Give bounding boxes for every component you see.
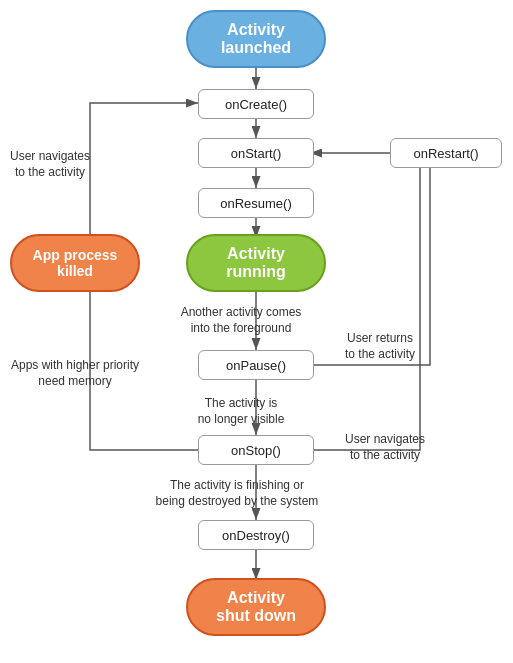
activity-shut-down-label: Activity shut down xyxy=(216,589,296,625)
activity-launched-label: Activity launched xyxy=(221,21,291,57)
on-pause-label: onPause() xyxy=(226,358,286,373)
activity-launched-node: Activity launched xyxy=(186,10,326,68)
finishing-or-destroyed-label: The activity is finishing or being destr… xyxy=(147,467,327,521)
user-navigates-top-text: User navigates to the activity xyxy=(10,149,90,180)
another-activity-label: Another activity comes into the foregrou… xyxy=(170,296,312,346)
on-resume-label: onResume() xyxy=(220,196,292,211)
on-create-label: onCreate() xyxy=(225,97,287,112)
on-stop-node: onStop() xyxy=(198,435,314,465)
on-create-node: onCreate() xyxy=(198,89,314,119)
user-navigates-bottom-text: User navigates to the activity xyxy=(345,432,425,463)
activity-running-node: Activity running xyxy=(186,234,326,292)
on-destroy-label: onDestroy() xyxy=(222,528,290,543)
on-start-node: onStart() xyxy=(198,138,314,168)
apps-higher-priority-label: Apps with higher priority need memory xyxy=(1,349,149,399)
on-start-label: onStart() xyxy=(231,146,282,161)
apps-higher-priority-text: Apps with higher priority need memory xyxy=(11,358,139,389)
on-restart-label: onRestart() xyxy=(413,146,478,161)
on-destroy-node: onDestroy() xyxy=(198,520,314,550)
user-returns-text: User returns to the activity xyxy=(345,331,415,362)
activity-shut-down-node: Activity shut down xyxy=(186,578,326,636)
on-resume-node: onResume() xyxy=(198,188,314,218)
finishing-or-destroyed-text: The activity is finishing or being destr… xyxy=(156,478,319,509)
activity-running-label: Activity running xyxy=(226,245,286,281)
app-process-killed-label: App process killed xyxy=(33,247,118,279)
user-navigates-top-label: User navigates to the activity xyxy=(5,140,95,190)
user-navigates-bottom-label: User navigates to the activity xyxy=(335,420,435,475)
on-stop-label: onStop() xyxy=(231,443,281,458)
another-activity-text: Another activity comes into the foregrou… xyxy=(181,305,302,336)
user-returns-label: User returns to the activity xyxy=(330,319,430,374)
app-process-killed-node: App process killed xyxy=(10,234,140,292)
no-longer-visible-label: The activity is no longer visible xyxy=(170,388,312,436)
on-restart-node: onRestart() xyxy=(390,138,502,168)
no-longer-visible-text: The activity is no longer visible xyxy=(198,396,285,427)
lifecycle-diagram: Activity launched onCreate() onStart() o… xyxy=(0,0,513,663)
on-pause-node: onPause() xyxy=(198,350,314,380)
